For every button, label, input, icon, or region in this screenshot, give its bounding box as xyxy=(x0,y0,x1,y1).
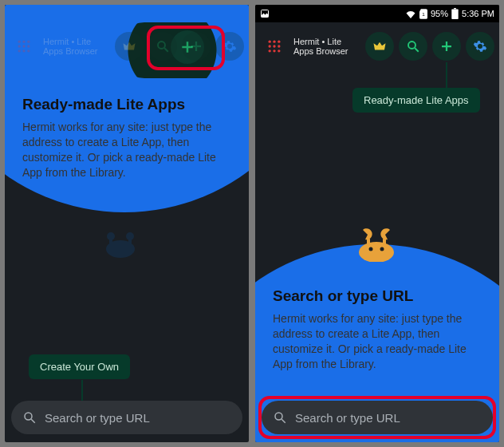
svg-rect-45 xyxy=(383,238,386,247)
settings-button[interactable] xyxy=(215,32,244,61)
crown-icon xyxy=(372,39,387,53)
svg-rect-22 xyxy=(109,238,112,246)
svg-point-7 xyxy=(18,45,21,47)
search-button[interactable] xyxy=(148,32,177,61)
plus-icon xyxy=(439,39,454,53)
search-icon xyxy=(156,39,170,53)
apps-grid-button[interactable] xyxy=(260,32,289,61)
svg-point-4 xyxy=(18,41,21,43)
svg-rect-44 xyxy=(367,238,370,247)
content-block: Ready-made Lite Apps Hermit works for an… xyxy=(22,96,230,180)
search-placeholder: Search or type URL xyxy=(45,411,150,425)
grid-icon xyxy=(266,38,282,54)
svg-point-13 xyxy=(158,42,165,49)
svg-line-14 xyxy=(164,48,168,52)
svg-point-39 xyxy=(408,42,415,49)
left-screenshot: 1 95% 5:36 PM Hermit • Lite Apps Browser… xyxy=(5,5,249,442)
hero-body: Hermit works for any site: just type the… xyxy=(22,120,230,180)
url-search-bar[interactable]: Search or type URL xyxy=(11,401,242,434)
svg-point-24 xyxy=(25,413,32,420)
search-button[interactable] xyxy=(399,32,427,61)
svg-point-38 xyxy=(278,49,280,52)
crown-icon xyxy=(122,39,136,53)
tooltip-connector xyxy=(81,380,83,402)
hero-heading: Ready-made Lite Apps xyxy=(22,96,230,113)
svg-rect-28 xyxy=(451,9,458,19)
tooltip-readymade[interactable]: Ready-made Lite Apps xyxy=(352,88,480,113)
svg-line-49 xyxy=(282,419,285,423)
search-placeholder: Search or type URL xyxy=(295,411,400,425)
app-title: Hermit • Lite Apps Browser xyxy=(293,37,360,56)
svg-point-47 xyxy=(380,247,384,251)
svg-point-8 xyxy=(22,45,25,47)
svg-point-43 xyxy=(359,242,394,262)
hero-body: Hermit works for any site: just type the… xyxy=(273,311,480,372)
top-bar: Hermit • Lite Apps Browser xyxy=(5,22,249,70)
gear-icon xyxy=(473,39,487,53)
svg-point-33 xyxy=(269,45,271,47)
battery-icon xyxy=(451,8,459,19)
svg-text:1: 1 xyxy=(422,11,425,17)
hero-heading: Search or type URL xyxy=(273,287,480,305)
svg-point-48 xyxy=(275,413,282,420)
svg-point-31 xyxy=(273,41,275,43)
time-text: 5:36 PM xyxy=(462,9,494,18)
sim-icon: 1 xyxy=(419,9,427,19)
svg-point-10 xyxy=(18,49,21,52)
crown-button[interactable] xyxy=(115,32,144,61)
svg-rect-29 xyxy=(454,8,456,9)
svg-point-36 xyxy=(269,49,271,52)
battery-text: 95% xyxy=(431,9,448,18)
tooltip-connector xyxy=(446,62,447,88)
crab-illustration xyxy=(96,227,144,259)
url-search-bar[interactable]: Search or type URL xyxy=(262,401,493,434)
content-block: Search or type URL Hermit works for any … xyxy=(273,287,480,372)
status-bar: 1 95% 5:36 PM xyxy=(255,5,499,22)
app-title: Hermit • Lite Apps Browser xyxy=(43,37,110,56)
svg-point-35 xyxy=(278,45,280,47)
add-button[interactable] xyxy=(432,32,461,61)
crown-button[interactable] xyxy=(365,32,394,61)
top-bar: Hermit • Lite Apps Browser xyxy=(255,22,499,70)
settings-button[interactable] xyxy=(466,32,494,61)
search-icon xyxy=(273,410,287,425)
svg-line-25 xyxy=(31,419,35,423)
gear-icon xyxy=(222,39,237,53)
search-icon xyxy=(406,39,420,53)
apps-grid-button[interactable] xyxy=(10,32,38,61)
svg-point-37 xyxy=(273,49,275,52)
svg-point-5 xyxy=(22,41,25,43)
svg-point-30 xyxy=(269,41,271,43)
svg-point-46 xyxy=(369,247,373,251)
svg-point-34 xyxy=(273,45,275,47)
svg-line-40 xyxy=(415,48,419,52)
svg-point-12 xyxy=(27,49,30,52)
wifi-icon xyxy=(405,10,416,18)
crab-illustration xyxy=(348,222,404,262)
plus-icon xyxy=(189,39,203,53)
svg-point-6 xyxy=(27,41,30,43)
svg-rect-23 xyxy=(128,238,132,246)
svg-point-32 xyxy=(278,41,280,43)
add-button[interactable] xyxy=(182,32,211,61)
search-icon xyxy=(22,410,37,425)
grid-icon xyxy=(16,38,32,54)
svg-point-11 xyxy=(22,49,25,52)
gallery-icon xyxy=(260,9,270,18)
right-screenshot: 1 95% 5:36 PM Hermit • Lite Apps Browser… xyxy=(255,5,499,442)
svg-point-9 xyxy=(27,45,30,47)
tooltip-create[interactable]: Create Your Own xyxy=(29,354,130,379)
